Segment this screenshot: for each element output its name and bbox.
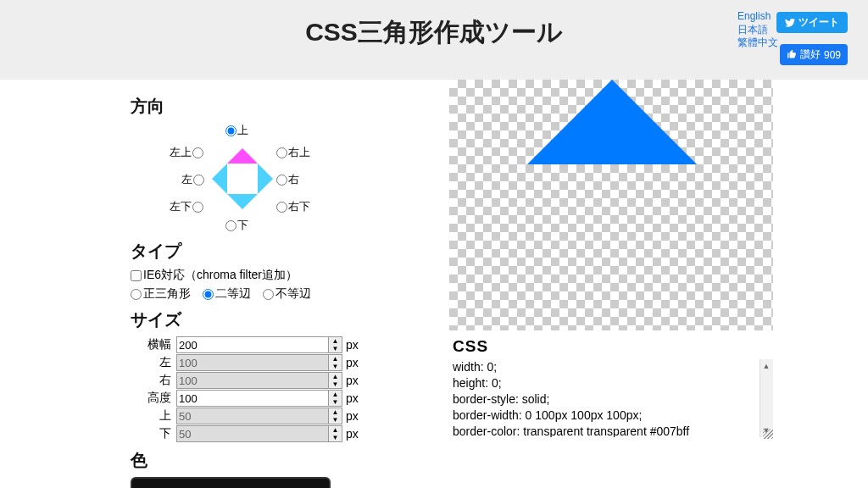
tweet-button[interactable]: ツイート xyxy=(776,12,848,33)
height-stepper[interactable]: ▲▼ xyxy=(329,390,342,407)
dir-right[interactable]: 右 xyxy=(276,172,299,187)
facebook-like-button[interactable]: 讚好 909 xyxy=(780,44,848,65)
css-output[interactable]: width: 0; height: 0; border-style: solid… xyxy=(449,359,773,437)
section-color: 色 xyxy=(131,449,442,472)
width-input[interactable] xyxy=(176,336,329,353)
height-input[interactable] xyxy=(176,390,329,407)
language-switcher: English 日本語 繁體中文 xyxy=(737,10,778,50)
left-input xyxy=(176,354,329,371)
dir-bottomleft[interactable]: 左下 xyxy=(170,199,203,214)
lang-english[interactable]: English xyxy=(737,10,778,24)
width-stepper[interactable]: ▲▼ xyxy=(329,336,342,353)
dir-topright[interactable]: 右上 xyxy=(276,145,310,160)
dir-bottomright[interactable]: 右下 xyxy=(276,199,310,214)
left-stepper: ▲▼ xyxy=(329,354,342,371)
width-label: 横幅 xyxy=(131,337,176,352)
scrollbar[interactable]: ▲ ▼ xyxy=(760,359,773,437)
top-label: 上 xyxy=(131,408,176,424)
section-direction: 方向 xyxy=(131,95,442,118)
bottom-stepper: ▲▼ xyxy=(329,425,342,442)
top-input xyxy=(176,408,329,424)
thumbs-up-icon xyxy=(787,49,797,61)
triangle-preview xyxy=(449,80,773,330)
direction-picker: 上 右上 右 右下 下 左下 左 左上 xyxy=(154,123,324,233)
section-type: タイプ xyxy=(131,240,442,263)
scroll-up-icon[interactable]: ▲ xyxy=(760,359,773,373)
triangle-shape xyxy=(527,80,697,164)
dir-top[interactable]: 上 xyxy=(225,123,248,138)
dir-topleft[interactable]: 左上 xyxy=(170,145,203,160)
twitter-icon xyxy=(785,19,795,27)
dir-bottom[interactable]: 下 xyxy=(225,218,248,233)
lang-japanese[interactable]: 日本語 xyxy=(737,24,778,37)
right-stepper: ▲▼ xyxy=(329,372,342,389)
color-picker[interactable] xyxy=(131,477,331,488)
right-label: 右 xyxy=(131,373,176,388)
bottom-label: 下 xyxy=(131,426,176,441)
lang-chinese[interactable]: 繁體中文 xyxy=(737,36,778,50)
css-output-title: CSS xyxy=(453,337,773,356)
dir-left[interactable]: 左 xyxy=(181,172,204,187)
type-equilateral[interactable]: 正三角形 xyxy=(131,286,191,302)
height-label: 高度 xyxy=(131,391,176,406)
type-scalene[interactable]: 不等辺 xyxy=(263,286,311,302)
left-label: 左 xyxy=(131,355,176,370)
direction-preview-icon xyxy=(212,148,273,209)
ie6-checkbox[interactable]: IE6対応（chroma filter追加） xyxy=(131,268,442,283)
type-isosceles[interactable]: 二等辺 xyxy=(203,286,251,302)
section-size: サイズ xyxy=(131,308,442,331)
top-stepper: ▲▼ xyxy=(329,408,342,424)
bottom-input xyxy=(176,425,329,442)
resize-grip-icon[interactable] xyxy=(763,429,773,439)
right-input xyxy=(176,372,329,389)
